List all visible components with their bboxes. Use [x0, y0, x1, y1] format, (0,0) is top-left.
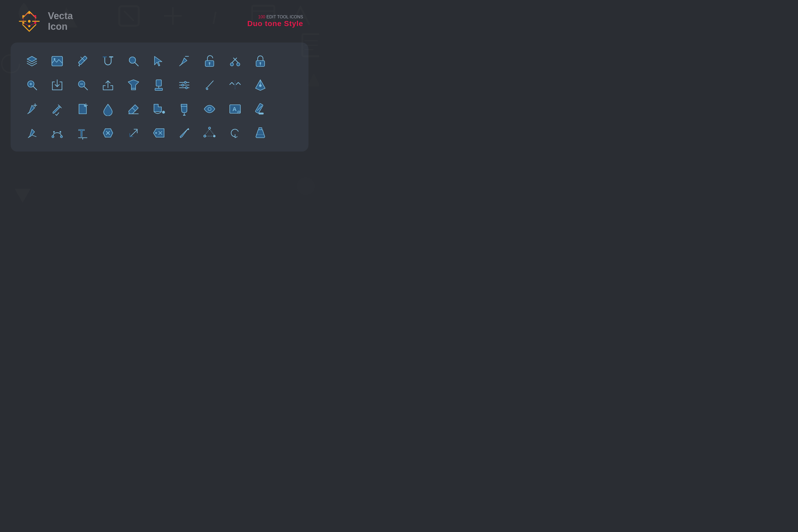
magnet-icon — [97, 51, 119, 72]
svg-point-24 — [28, 20, 31, 23]
svg-point-22 — [22, 15, 24, 17]
brand-text: Vecta Icon — [48, 11, 73, 32]
svg-point-26 — [34, 22, 36, 24]
title-subtitle: Duo tone Style — [247, 19, 303, 28]
text-box-icon: A — [224, 98, 246, 120]
new-file-icon — [72, 98, 93, 120]
pencil-eraser-icon — [250, 98, 271, 120]
svg-point-70 — [182, 84, 184, 86]
scissors-icon — [224, 51, 246, 72]
pen-add-icon — [21, 98, 42, 120]
flask-icon — [250, 122, 271, 144]
layers-icon — [21, 51, 42, 72]
empty-cell-3 — [275, 98, 297, 120]
empty-cell-4 — [275, 122, 297, 144]
svg-line-55 — [33, 87, 37, 90]
sliders-icon — [174, 74, 195, 96]
download-icon — [46, 74, 68, 96]
delete-badge-icon — [97, 122, 119, 144]
svg-point-107 — [208, 127, 211, 129]
svg-point-82 — [162, 111, 165, 114]
brand-name-line2: Icon — [48, 21, 73, 32]
pencil-icon — [72, 51, 93, 72]
svg-line-72 — [207, 81, 213, 87]
svg-point-21 — [28, 12, 30, 14]
paintbrush-icon — [199, 74, 220, 96]
pen-anchor-icon — [250, 74, 271, 96]
svg-point-69 — [184, 81, 186, 83]
vecta-logo — [16, 8, 42, 35]
svg-line-92 — [32, 135, 36, 137]
lock-icon — [250, 51, 271, 72]
svg-line-18 — [23, 25, 29, 31]
scalpel-icon — [174, 122, 195, 144]
svg-point-32 — [54, 58, 55, 60]
svg-rect-91 — [259, 113, 264, 114]
svg-point-104 — [155, 132, 157, 134]
pen-minus-icon — [174, 51, 195, 72]
title-number: 100 — [258, 15, 265, 19]
svg-text:A: A — [232, 106, 237, 112]
svg-point-25 — [22, 22, 24, 24]
header: Vecta Icon 100 EDIT TOOL ICONS Duo tone … — [0, 0, 319, 40]
zoom-in-icon — [21, 74, 42, 96]
bezier-icon — [46, 122, 68, 144]
logo-area: Vecta Icon — [16, 8, 73, 35]
waterdrop-icon — [97, 98, 119, 120]
crop-icon — [123, 122, 144, 144]
zoom-out-icon — [72, 74, 93, 96]
svg-rect-63 — [156, 80, 162, 86]
brand-name-line1: Vecta — [48, 11, 73, 21]
eraser-icon — [123, 98, 144, 120]
filter-icon — [123, 74, 144, 96]
svg-marker-20 — [23, 13, 35, 26]
svg-line-111 — [210, 129, 214, 135]
svg-point-46 — [237, 63, 240, 66]
svg-point-23 — [34, 15, 36, 17]
empty-cell-2 — [275, 74, 297, 96]
circle-loop-icon — [224, 122, 246, 144]
svg-marker-28 — [27, 56, 37, 62]
search-icon — [123, 51, 144, 72]
cursor-icon — [148, 51, 169, 72]
nodes-icon — [199, 122, 220, 144]
svg-rect-13 — [297, 177, 315, 195]
title-area: 100 EDIT TOOL ICONS Duo tone Style — [247, 15, 303, 28]
svg-line-59 — [84, 87, 88, 90]
mirror-icon — [224, 74, 246, 96]
empty-cell-1 — [275, 51, 297, 72]
title-main: 100 EDIT TOOL ICONS — [247, 15, 303, 19]
eye-icon — [199, 98, 220, 120]
unlock-icon — [199, 51, 220, 72]
svg-point-74 — [259, 84, 262, 87]
icon-card: A T — [11, 42, 308, 152]
svg-rect-33 — [78, 56, 87, 65]
title-text: EDIT TOOL ICONS — [265, 15, 303, 19]
svg-line-110 — [205, 129, 210, 135]
label-x-icon — [148, 122, 169, 144]
paint-bucket-icon — [174, 98, 195, 120]
pencil-check-icon — [46, 98, 68, 120]
icon-grid: A T — [21, 51, 298, 144]
svg-rect-113 — [259, 128, 262, 130]
svg-point-71 — [185, 87, 188, 89]
svg-line-39 — [135, 62, 138, 66]
pen-tool-icon — [21, 122, 42, 144]
svg-point-27 — [28, 25, 30, 27]
typography-icon: T — [72, 122, 93, 144]
svg-marker-40 — [154, 56, 162, 66]
svg-text:T: T — [78, 128, 84, 139]
image-icon — [46, 51, 68, 72]
text-stamp-icon — [148, 74, 169, 96]
upload-icon — [97, 74, 119, 96]
fill-bucket-icon — [148, 98, 169, 120]
svg-point-45 — [230, 63, 233, 66]
